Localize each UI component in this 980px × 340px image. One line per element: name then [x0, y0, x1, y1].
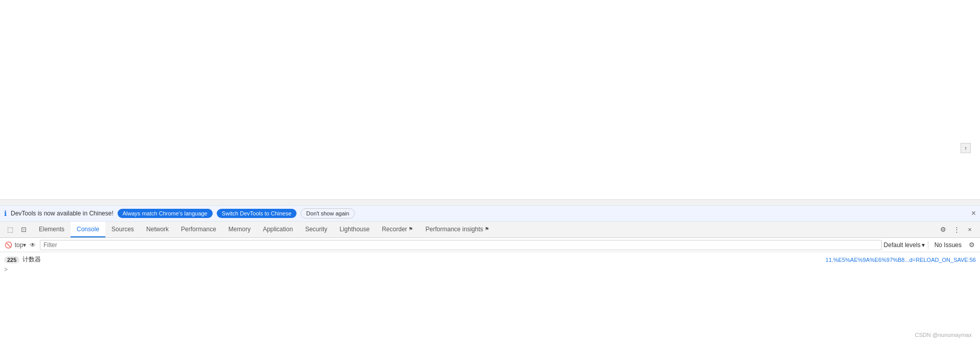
tab-lighthouse-label: Lighthouse	[339, 226, 370, 233]
scroll-up-icon: ↑	[965, 145, 967, 151]
context-selector[interactable]: top ▾	[15, 240, 26, 250]
close-icon: ×	[968, 226, 972, 233]
always-match-language-button[interactable]: Always match Chrome's language	[118, 209, 213, 218]
issues-settings-icon: ⚙	[969, 241, 975, 249]
tab-lighthouse[interactable]: Lighthouse	[333, 222, 376, 237]
switch-devtools-to-chinese-button[interactable]: Switch DevTools to Chinese	[217, 209, 297, 218]
tab-elements-label: Elements	[39, 226, 64, 233]
inspect-icon: ⬚	[7, 226, 13, 233]
console-count-badge: 225	[4, 256, 19, 263]
tab-memory[interactable]: Memory	[222, 222, 257, 237]
prompt-arrow-icon: >	[4, 266, 8, 273]
tab-performance-insights[interactable]: Performance insights ⚑	[419, 222, 495, 237]
devtools-tabs-bar: ⬚ ⊡ Elements Console Sources Network Per…	[0, 222, 980, 238]
console-filter-input[interactable]	[40, 240, 882, 250]
console-log-entry: 225 计数器 11.%E5%AE%9A%E6%97%B8...d=RELOAD…	[4, 254, 976, 265]
console-content-area: 225 计数器 11.%E5%AE%9A%E6%97%B8...d=RELOAD…	[0, 252, 980, 293]
device-icon: ⊡	[21, 226, 27, 233]
tab-elements[interactable]: Elements	[33, 222, 71, 237]
console-entry-text: 计数器	[22, 255, 41, 264]
tab-recorder-label: Recorder	[382, 226, 407, 233]
devtools-close-button[interactable]: ×	[964, 224, 976, 236]
footer-text: CSDN @nunumaymax	[915, 332, 972, 338]
devtools-footer: CSDN @nunumaymax	[907, 330, 980, 340]
clear-console-button[interactable]: 🚫	[3, 240, 13, 250]
tab-network[interactable]: Network	[140, 222, 175, 237]
inspect-element-button[interactable]: ⬚	[4, 224, 16, 236]
console-prompt-row: >	[4, 265, 976, 274]
clear-icon: 🚫	[5, 241, 12, 249]
tab-performance-insights-label: Performance insights	[425, 226, 483, 233]
performance-insights-icon: ⚑	[485, 226, 489, 232]
devtools-notification-bar: ℹ DevTools is now available in Chinese! …	[0, 205, 980, 222]
tab-sources[interactable]: Sources	[105, 222, 140, 237]
more-icon: ⋮	[953, 226, 960, 233]
tab-recorder[interactable]: Recorder ⚑	[376, 222, 419, 237]
toolbar-divider	[928, 241, 928, 249]
tab-security-label: Security	[305, 226, 327, 233]
eye-icon: 👁	[30, 241, 36, 249]
tab-sources-label: Sources	[111, 226, 134, 233]
console-toolbar: 🚫 top ▾ 👁 Default levels ▾ No Issues ⚙	[0, 238, 980, 252]
device-toolbar-button[interactable]: ⊡	[17, 224, 30, 236]
devtools-tab-list: Elements Console Sources Network Perform…	[33, 222, 935, 237]
tab-console[interactable]: Console	[71, 222, 105, 237]
default-levels-arrow-icon: ▾	[922, 241, 925, 249]
tab-security[interactable]: Security	[299, 222, 333, 237]
tab-memory-label: Memory	[229, 226, 250, 233]
default-levels-label: Default levels	[884, 241, 921, 249]
show-live-expressions-button[interactable]: 👁	[28, 240, 38, 250]
recorder-icon: ⚑	[408, 226, 413, 232]
context-arrow-icon: ▾	[23, 241, 26, 249]
dont-show-again-button[interactable]: Don't show again	[301, 208, 355, 218]
tab-performance-label: Performance	[181, 226, 216, 233]
tab-performance[interactable]: Performance	[175, 222, 222, 237]
horizontal-scrollbar[interactable]	[0, 199, 980, 205]
issues-settings-button[interactable]: ⚙	[967, 240, 977, 250]
tab-network-label: Network	[146, 226, 169, 233]
notification-close-button[interactable]: ×	[971, 209, 976, 217]
browser-content-area: ↑	[0, 0, 980, 199]
scroll-up-button[interactable]: ↑	[961, 143, 971, 153]
settings-icon: ⚙	[940, 226, 946, 233]
devtools-left-icons: ⬚ ⊡	[2, 224, 33, 236]
devtools-right-icons: ⚙ ⋮ ×	[935, 224, 978, 236]
default-levels-button[interactable]: Default levels ▾	[884, 241, 925, 249]
tab-console-label: Console	[77, 226, 99, 233]
devtools-more-button[interactable]: ⋮	[950, 224, 963, 236]
tab-application[interactable]: Application	[257, 222, 299, 237]
no-issues-label: No Issues	[931, 241, 965, 249]
info-icon: ℹ	[4, 209, 7, 217]
tab-application-label: Application	[263, 226, 293, 233]
notification-text: DevTools is now available in Chinese!	[11, 210, 113, 217]
context-label: top	[15, 241, 24, 249]
devtools-settings-button[interactable]: ⚙	[937, 224, 949, 236]
console-entry-link[interactable]: 11.%E5%AE%9A%E6%97%B8...d=RELOAD_ON_SAVE…	[826, 257, 976, 263]
